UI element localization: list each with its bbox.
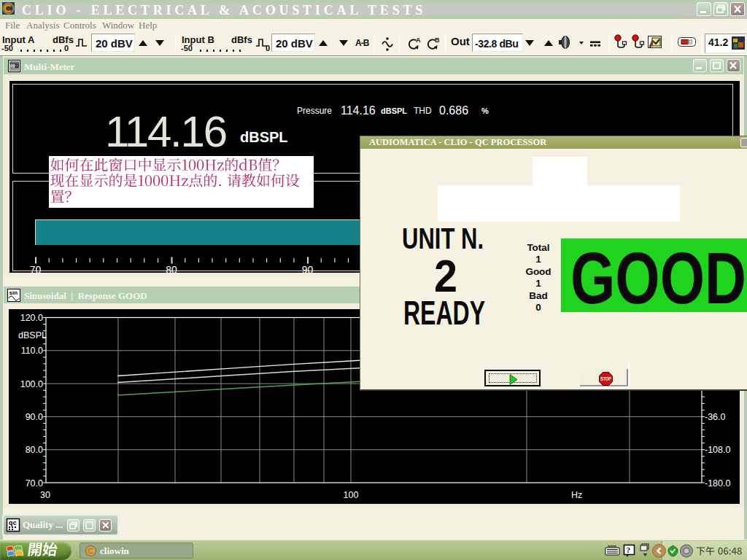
svg-text:90.0: 90.0 — [26, 412, 43, 422]
svg-text:A: A — [416, 36, 421, 44]
svg-text:Hz: Hz — [571, 490, 582, 500]
svg-text:qc: qc — [9, 520, 17, 527]
svg-text:-108.0: -108.0 — [705, 445, 730, 455]
svg-text:70: 70 — [30, 264, 42, 276]
svg-text:100.0: 100.0 — [20, 379, 43, 389]
svg-text:B: B — [435, 36, 440, 44]
svg-text:dBSPL: dBSPL — [18, 330, 47, 341]
svg-text:-36.0: -36.0 — [705, 412, 726, 422]
svg-text:?: ? — [627, 545, 631, 554]
svg-text:80.0: 80.0 — [26, 445, 43, 455]
svg-text:80: 80 — [166, 264, 177, 276]
svg-text:110.0: 110.0 — [21, 346, 43, 356]
svg-text:120.0: 120.0 — [20, 313, 43, 323]
svg-text:100: 100 — [344, 490, 359, 500]
svg-text:-180.0: -180.0 — [705, 478, 730, 489]
svg-text:STOP: STOP — [600, 376, 612, 381]
svg-text:90: 90 — [302, 264, 314, 276]
svg-text:sin: sin — [9, 289, 18, 296]
svg-text:GOOD: GOOD — [570, 237, 746, 319]
svg-text:70.0: 70.0 — [26, 478, 43, 489]
svg-text:30: 30 — [40, 490, 50, 500]
